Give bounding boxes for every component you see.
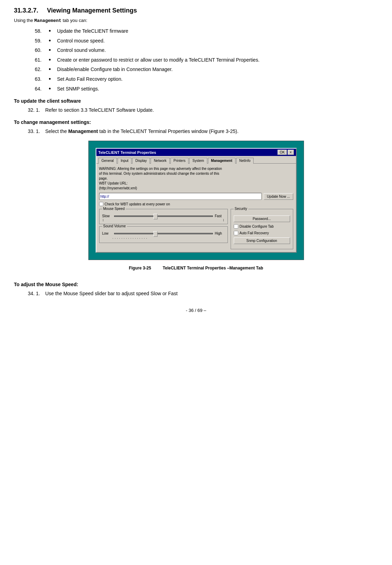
security-group: Security Password... Disable Configure T… <box>231 209 293 249</box>
auto-fail-checkbox[interactable] <box>234 231 238 235</box>
disable-configure-row[interactable]: Disable Configure Tab <box>234 224 290 229</box>
dialog-tabs: General Input Display Network Printers S… <box>96 156 296 164</box>
wbt-checkbox-row[interactable]: Check for WBT updates at every power on <box>99 202 293 206</box>
sound-volume-title: Sound Volume <box>102 224 127 228</box>
url-row: Update Now ... <box>99 193 293 200</box>
close-button[interactable]: × <box>288 150 294 155</box>
security-title: Security <box>234 207 248 211</box>
change-management-heading: To change management settings: <box>14 119 378 125</box>
figure-caption-num: Figure 3-25 <box>129 266 151 270</box>
update-client-heading: To update the client software <box>14 98 378 104</box>
step-34-num: 34. 1. <box>28 290 45 297</box>
auto-fail-label: Auto Fail Recovery <box>240 231 269 235</box>
bullet-num-64: 64. <box>35 85 49 93</box>
titlebar-buttons[interactable]: OK × <box>278 150 294 155</box>
bullet-num-62: 62. <box>35 66 49 73</box>
step-33: 33. 1. Select the Management tab in the … <box>28 128 378 135</box>
sound-volume-thumb[interactable] <box>153 231 158 237</box>
sound-volume-slider-container: Low High <box>102 232 225 235</box>
snmp-button[interactable]: Snmp Configuration <box>234 237 290 244</box>
management-bold: Management <box>68 128 98 134</box>
intro-end: tab you can: <box>62 18 87 23</box>
list-item: 59. • Control mouse speed. <box>35 37 378 45</box>
tab-system[interactable]: System <box>189 158 207 164</box>
step-34-text: Use the Mouse Speed slider bar to adjust… <box>45 290 378 297</box>
bullet-dot-62: • <box>49 66 57 73</box>
bullet-text-59: Control mouse speed. <box>57 37 378 45</box>
figure-caption-text: TeleCLIENT Terminal Properties –Manageme… <box>163 266 263 270</box>
bullet-dot-59: • <box>49 37 57 45</box>
step-33-text: Select the Management tab in the TeleCLI… <box>45 128 378 135</box>
wbt-url-label: WBT Update URL: <box>99 181 128 185</box>
list-item: 61. • Create or enter password to restri… <box>35 56 378 64</box>
bullet-text-60: Control sound volume. <box>57 47 378 54</box>
tab-netinfo[interactable]: NetInfo <box>236 158 254 164</box>
mouse-speed-thumb[interactable] <box>153 214 158 219</box>
mouse-speed-ticks: | | <box>102 219 225 221</box>
bullet-num-58: 58. <box>35 28 49 35</box>
wbt-checkbox-label: Check for WBT updates at every power on <box>105 202 170 206</box>
management-tab-reference: Management <box>34 18 62 23</box>
bullet-num-61: 61. <box>35 56 49 64</box>
dialog-titlebar: TeleCLIENT Terminal Properties OK × <box>96 149 296 156</box>
wbt-checkbox[interactable] <box>99 202 103 206</box>
panel-left: Mouse Speed Slow Fast | | <box>99 209 228 249</box>
sound-low-label: Low <box>102 232 112 235</box>
sound-volume-track <box>114 233 213 234</box>
security-content: Password... Disable Configure Tab Auto F… <box>234 215 290 244</box>
bullet-text-62: Disable/enable Configure tab in Connecti… <box>57 66 378 73</box>
password-button[interactable]: Password... <box>234 215 290 222</box>
list-item: 64. • Set SNMP settings. <box>35 85 378 93</box>
tab-management[interactable]: Management <box>208 158 235 164</box>
disable-configure-checkbox[interactable] <box>234 224 238 229</box>
disable-configure-label: Disable Configure Tab <box>240 225 274 228</box>
mouse-speed-slider-container: Slow Fast <box>102 214 225 218</box>
mouse-speed-group: Mouse Speed Slow Fast | | <box>99 209 228 224</box>
step-33-num: 33. 1. <box>28 128 45 135</box>
page-footer: - 36 / 69 – <box>14 308 378 313</box>
mouse-slow-label: Slow <box>102 214 112 218</box>
bullet-text-61: Create or enter password to restrict or … <box>57 56 378 64</box>
bullet-text-64: Set SNMP settings. <box>57 85 378 93</box>
tab-display[interactable]: Display <box>132 158 150 164</box>
bullet-dot-63: • <box>49 76 57 83</box>
step-34: 34. 1. Use the Mouse Speed slider bar to… <box>28 290 378 297</box>
wbt-url-hint: (http://myserver/wbt.xml) <box>99 186 137 190</box>
ok-button[interactable]: OK <box>278 150 287 155</box>
tab-network[interactable]: Network <box>151 158 170 164</box>
step-32: 32. 1. Refer to section 3.3 TeleCLIENT S… <box>28 107 378 114</box>
mouse-speed-track <box>114 215 213 217</box>
update-now-button[interactable]: Update Now ... <box>264 193 293 200</box>
screenshot-container: TeleCLIENT Terminal Properties OK × Gene… <box>88 141 304 260</box>
bullet-num-59: 59. <box>35 37 49 45</box>
mouse-fast-label: Fast <box>215 214 225 218</box>
dialog-body: WARNING: Altering the settings on this p… <box>96 164 296 252</box>
bullet-num-60: 60. <box>35 47 49 54</box>
panels-row: Mouse Speed Slow Fast | | <box>99 209 293 249</box>
tab-printers[interactable]: Printers <box>170 158 189 164</box>
warning-text: WARNING: Altering the settings on this p… <box>99 166 293 191</box>
auto-fail-row[interactable]: Auto Fail Recovery <box>234 231 290 235</box>
url-input[interactable] <box>99 193 262 200</box>
dialog-title: TeleCLIENT Terminal Properties <box>98 150 156 155</box>
bullet-dot-58: • <box>49 28 57 35</box>
panel-right: Security Password... Disable Configure T… <box>231 209 293 249</box>
sound-high-label: High <box>215 232 225 235</box>
list-item: 60. • Control sound volume. <box>35 47 378 54</box>
list-item: 58. • Update the TeleCLIENT firmware <box>35 28 378 35</box>
intro-paragraph: Using the Management tab you can: <box>14 18 378 23</box>
feature-list: 58. • Update the TeleCLIENT firmware 59.… <box>35 28 378 93</box>
tab-general[interactable]: General <box>98 158 117 164</box>
bullet-dot-60: • <box>49 47 57 54</box>
bullet-text-58: Update the TeleCLIENT firmware <box>57 28 378 35</box>
mouse-speed-title: Mouse Speed <box>102 207 126 211</box>
step-32-text: Refer to section 3.3 TeleCLIENT Software… <box>45 107 378 114</box>
sound-volume-group: Sound Volume Low High , , , , , , , , , … <box>99 226 228 243</box>
tab-input[interactable]: Input <box>118 158 131 164</box>
adjust-mouse-heading: To adjust the Mouse Speed: <box>14 282 378 287</box>
dialog-window: TeleCLIENT Terminal Properties OK × Gene… <box>96 148 297 253</box>
list-item: 63. • Set Auto Fail Recovery option. <box>35 76 378 83</box>
bullet-dot-61: • <box>49 56 57 64</box>
bullet-text-63: Set Auto Fail Recovery option. <box>57 76 378 83</box>
list-item: 62. • Disable/enable Configure tab in Co… <box>35 66 378 73</box>
